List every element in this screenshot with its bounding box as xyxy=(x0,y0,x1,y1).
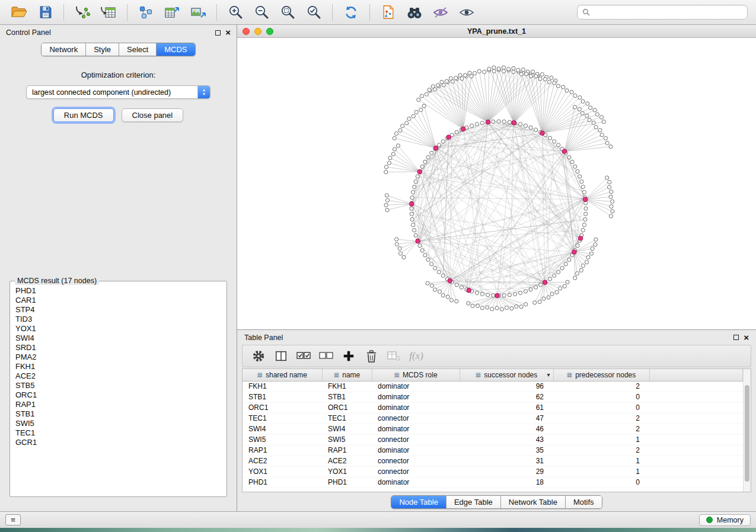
close-panel-button[interactable]: Close panel xyxy=(122,108,184,122)
mcds-node-item[interactable]: YOX1 xyxy=(10,324,227,334)
save-icon xyxy=(38,5,53,20)
zoom-selected-button[interactable] xyxy=(302,2,326,23)
float-table-panel-icon[interactable] xyxy=(733,335,739,340)
table-row[interactable]: STB1STB1dominator620 xyxy=(243,392,743,402)
float-panel-icon[interactable] xyxy=(215,30,221,36)
mcds-node-item[interactable]: FKH1 xyxy=(10,362,227,371)
table-row[interactable]: ORC1ORC1dominator610 xyxy=(243,402,743,413)
criterion-select[interactable]: largest connected component (undirected)… xyxy=(26,85,210,99)
column-header[interactable]: ▦predecessor nodes xyxy=(553,369,649,381)
mcds-node-item[interactable]: ACE2 xyxy=(10,371,227,381)
table-scrollbar[interactable] xyxy=(743,369,751,492)
column-header[interactable]: ▦successor nodes▾ xyxy=(460,369,553,381)
zoom-out-button[interactable] xyxy=(250,2,273,23)
run-mcds-button[interactable]: Run MCDS xyxy=(53,108,114,122)
open-session-button[interactable] xyxy=(7,2,31,23)
mcds-node-item[interactable]: GCR1 xyxy=(10,438,227,447)
show-columns-button[interactable] xyxy=(271,347,291,366)
tab-network-table[interactable]: Network Table xyxy=(501,496,566,508)
table-panel: Table Panel × xyxy=(237,330,756,511)
zoom-in-button[interactable] xyxy=(224,2,247,23)
show-graphics-details-button[interactable] xyxy=(455,2,479,23)
application-window: Control Panel × Network Style Select MCD… xyxy=(0,0,756,532)
mcds-node-item[interactable]: TID3 xyxy=(10,315,227,324)
network-canvas[interactable] xyxy=(237,38,756,329)
table-row[interactable]: YOX1YOX1connector291 xyxy=(243,466,743,477)
mcds-node-item[interactable]: PMA2 xyxy=(10,352,227,362)
eye-icon xyxy=(458,6,475,19)
mcds-node-item[interactable]: STP4 xyxy=(10,305,227,315)
mcds-node-item[interactable]: SWI4 xyxy=(10,334,227,343)
table-column-icon: ▦ xyxy=(394,371,399,378)
tab-edge-table[interactable]: Edge Table xyxy=(446,496,501,508)
table-column-icon: ▦ xyxy=(257,371,263,378)
column-header[interactable]: ▦MCDS role xyxy=(372,369,460,381)
hide-graphics-details-button[interactable] xyxy=(429,2,452,23)
export-image-icon xyxy=(190,5,206,20)
table-row[interactable]: RAP1RAP1dominator352 xyxy=(243,445,743,456)
deselect-all-button[interactable] xyxy=(316,347,336,366)
column-header-filler xyxy=(649,369,743,381)
table-row[interactable]: ACE2ACE2connector311 xyxy=(243,456,743,466)
tab-node-table[interactable]: Node Table xyxy=(391,496,446,508)
mcds-node-item[interactable]: SWI5 xyxy=(10,419,227,428)
table-row[interactable]: PHD1PHD1dominator180 xyxy=(243,477,743,488)
import-network-button[interactable] xyxy=(71,2,94,23)
zoom-fit-button[interactable] xyxy=(276,2,299,23)
refresh-view-button[interactable] xyxy=(339,2,363,23)
tab-select[interactable]: Select xyxy=(119,43,157,56)
trash-icon xyxy=(365,350,378,363)
tab-style[interactable]: Style xyxy=(86,43,119,56)
import-table-icon xyxy=(100,5,117,20)
column-header[interactable]: ▦shared name xyxy=(243,369,322,381)
mcds-node-item[interactable]: TEC1 xyxy=(10,428,227,438)
mcds-node-item[interactable]: STB1 xyxy=(10,409,227,419)
window-minimize-button[interactable] xyxy=(254,28,261,35)
mcds-node-item[interactable]: SRD1 xyxy=(10,343,227,352)
tab-network[interactable]: Network xyxy=(42,43,86,56)
dropdown-arrows-icon: ▲▼ xyxy=(197,86,210,98)
search-input[interactable] xyxy=(593,8,742,17)
eye-slash-icon xyxy=(432,5,449,20)
scrollbar-thumb[interactable] xyxy=(745,385,749,482)
show-panels-button[interactable]: ≡ xyxy=(5,514,21,525)
save-session-button[interactable] xyxy=(33,2,57,23)
mcds-node-item[interactable]: STB5 xyxy=(10,381,227,390)
window-zoom-button[interactable] xyxy=(266,28,273,35)
window-close-button[interactable] xyxy=(243,28,250,35)
clone-network-button[interactable] xyxy=(377,2,400,23)
list-icon: ≡ xyxy=(11,515,15,524)
select-all-button[interactable] xyxy=(294,347,314,366)
table-tab-bar: Node Table Edge Table Network Table Moti… xyxy=(237,492,756,511)
mcds-node-item[interactable]: PHD1 xyxy=(10,286,227,296)
table-row[interactable]: SWI4SWI4dominator462 xyxy=(243,424,743,434)
close-panel-icon[interactable]: × xyxy=(225,29,231,36)
export-network-button[interactable] xyxy=(134,2,158,23)
table-settings-button[interactable] xyxy=(248,347,269,366)
close-table-panel-icon[interactable]: × xyxy=(744,334,749,341)
toolbar-search[interactable] xyxy=(577,5,748,20)
tab-mcds[interactable]: MCDS xyxy=(157,43,194,56)
table-row[interactable]: FKH1FKH1dominator962 xyxy=(243,381,743,392)
table-row[interactable]: SWI5SWI5connector431 xyxy=(243,434,743,445)
column-header[interactable]: ▦name xyxy=(322,369,372,381)
memory-button[interactable]: Memory xyxy=(699,514,751,526)
sort-arrow-icon[interactable]: ▾ xyxy=(547,371,550,378)
mcds-node-item[interactable]: RAP1 xyxy=(10,400,227,409)
fx-icon: f(x) xyxy=(409,350,423,362)
mcds-result-list: PHD1CAR1STP4TID3YOX1SWI4SRD1PMA2FKH1ACE2… xyxy=(10,285,227,448)
mcds-node-item[interactable]: CAR1 xyxy=(10,296,227,305)
delete-button[interactable] xyxy=(361,347,381,366)
export-table-button[interactable] xyxy=(160,2,184,23)
main-area: Control Panel × Network Style Select MCD… xyxy=(0,25,756,511)
import-table-button[interactable] xyxy=(97,2,120,23)
add-row-button[interactable] xyxy=(339,347,359,366)
export-image-button[interactable] xyxy=(186,2,210,23)
table-row[interactable]: TEC1TEC1connector472 xyxy=(243,413,743,424)
network-window-title: YPA_prune.txt_1 xyxy=(237,27,756,36)
refresh-icon xyxy=(343,4,359,21)
zoom-fit-icon xyxy=(280,4,296,20)
find-button[interactable] xyxy=(403,2,426,23)
mcds-node-item[interactable]: ORC1 xyxy=(10,390,227,400)
tab-motifs[interactable]: Motifs xyxy=(566,496,602,508)
